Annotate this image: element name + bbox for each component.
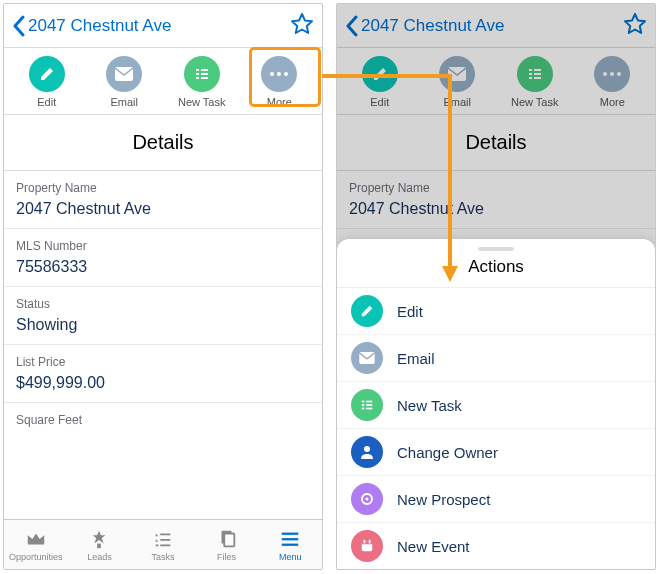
field-label: Status bbox=[16, 297, 310, 311]
email-button[interactable]: Email bbox=[89, 56, 159, 108]
pencil-icon bbox=[351, 295, 383, 327]
action-label: Change Owner bbox=[397, 444, 498, 461]
svg-rect-38 bbox=[364, 540, 366, 544]
field-label: Square Feet bbox=[16, 413, 310, 427]
details-heading: Details bbox=[4, 115, 322, 171]
header-bar: 2047 Chestnut Ave bbox=[4, 4, 322, 48]
tab-label: Leads bbox=[87, 552, 112, 562]
crown-icon bbox=[25, 528, 47, 550]
tab-label: Menu bbox=[279, 552, 302, 562]
checklist-icon bbox=[351, 389, 383, 421]
tab-menu[interactable]: Menu bbox=[258, 520, 322, 569]
header-title: 2047 Chestnut Ave bbox=[28, 16, 171, 36]
field-row: Status Showing bbox=[4, 287, 322, 345]
svg-rect-15 bbox=[282, 543, 299, 545]
more-label: More bbox=[267, 96, 292, 108]
svg-rect-13 bbox=[282, 532, 299, 534]
svg-rect-32 bbox=[366, 408, 372, 410]
field-row: List Price $499,999.00 bbox=[4, 345, 322, 403]
svg-rect-2 bbox=[201, 69, 208, 71]
star-person-icon bbox=[88, 528, 110, 550]
envelope-icon bbox=[106, 56, 142, 92]
field-value: 75586333 bbox=[16, 258, 310, 276]
edit-label: Edit bbox=[37, 96, 56, 108]
svg-rect-4 bbox=[201, 73, 208, 75]
tasks-icon bbox=[152, 528, 174, 550]
tab-leads[interactable]: Leads bbox=[68, 520, 132, 569]
tab-files[interactable]: Files bbox=[195, 520, 259, 569]
svg-rect-30 bbox=[366, 404, 372, 406]
pencil-icon bbox=[29, 56, 65, 92]
action-label: Edit bbox=[397, 303, 423, 320]
action-new-prospect[interactable]: New Prospect bbox=[337, 476, 655, 523]
field-row: Square Feet bbox=[4, 403, 322, 442]
phone-frame-left: 2047 Chestnut Ave Edit Email New Task bbox=[3, 3, 323, 570]
field-value: 2047 Chestnut Ave bbox=[16, 200, 310, 218]
back-button[interactable]: 2047 Chestnut Ave bbox=[12, 15, 171, 37]
action-new-task[interactable]: New Task bbox=[337, 382, 655, 429]
prospect-icon bbox=[351, 483, 383, 515]
svg-point-35 bbox=[366, 498, 369, 501]
action-label: Email bbox=[397, 350, 435, 367]
ellipsis-icon bbox=[261, 56, 297, 92]
tab-label: Opportunities bbox=[9, 552, 63, 562]
field-list: Property Name 2047 Chestnut Ave MLS Numb… bbox=[4, 171, 322, 519]
action-new-event[interactable]: New Event bbox=[337, 523, 655, 569]
svg-rect-6 bbox=[201, 77, 208, 79]
svg-rect-3 bbox=[196, 73, 199, 75]
action-edit[interactable]: Edit bbox=[337, 288, 655, 335]
field-row: Property Name 2047 Chestnut Ave bbox=[4, 171, 322, 229]
svg-point-7 bbox=[270, 72, 274, 76]
svg-rect-0 bbox=[115, 67, 133, 81]
svg-point-9 bbox=[284, 72, 288, 76]
field-row: MLS Number 75586333 bbox=[4, 229, 322, 287]
action-label: New Prospect bbox=[397, 491, 490, 508]
email-label: Email bbox=[110, 96, 138, 108]
more-button[interactable]: More bbox=[244, 56, 314, 108]
new-task-button[interactable]: New Task bbox=[167, 56, 237, 108]
new-task-label: New Task bbox=[178, 96, 225, 108]
envelope-icon bbox=[351, 342, 383, 374]
field-label: MLS Number bbox=[16, 239, 310, 253]
tab-bar: Opportunities Leads Tasks Files Menu bbox=[4, 519, 322, 569]
svg-point-33 bbox=[364, 446, 370, 452]
svg-rect-29 bbox=[362, 404, 365, 406]
favorite-button[interactable] bbox=[290, 12, 314, 40]
svg-rect-10 bbox=[98, 543, 102, 548]
action-label: New Task bbox=[397, 397, 462, 414]
edit-button[interactable]: Edit bbox=[12, 56, 82, 108]
svg-rect-37 bbox=[362, 542, 373, 545]
actions-sheet: Actions Edit Email New Task Change Owner… bbox=[337, 239, 655, 569]
chevron-left-icon bbox=[12, 15, 26, 37]
person-icon bbox=[351, 436, 383, 468]
sheet-title: Actions bbox=[337, 253, 655, 288]
action-email[interactable]: Email bbox=[337, 335, 655, 382]
calendar-icon bbox=[351, 530, 383, 562]
field-label: Property Name bbox=[16, 181, 310, 195]
star-icon bbox=[290, 12, 314, 36]
svg-rect-12 bbox=[224, 533, 234, 546]
menu-icon bbox=[279, 528, 301, 550]
svg-rect-26 bbox=[359, 352, 374, 364]
svg-rect-31 bbox=[362, 408, 365, 410]
tab-tasks[interactable]: Tasks bbox=[131, 520, 195, 569]
phone-frame-right: 2047 Chestnut Ave Edit Email New Task Mo… bbox=[336, 3, 656, 570]
field-label: List Price bbox=[16, 355, 310, 369]
action-bar: Edit Email New Task More bbox=[4, 48, 322, 115]
svg-point-8 bbox=[277, 72, 281, 76]
svg-rect-39 bbox=[369, 540, 371, 544]
field-value: Showing bbox=[16, 316, 310, 334]
tab-label: Files bbox=[217, 552, 236, 562]
action-change-owner[interactable]: Change Owner bbox=[337, 429, 655, 476]
checklist-icon bbox=[184, 56, 220, 92]
svg-rect-28 bbox=[366, 401, 372, 403]
action-label: New Event bbox=[397, 538, 470, 555]
svg-rect-5 bbox=[196, 77, 199, 79]
tab-opportunities[interactable]: Opportunities bbox=[4, 520, 68, 569]
svg-rect-27 bbox=[362, 401, 365, 403]
svg-rect-1 bbox=[196, 69, 199, 71]
files-icon bbox=[216, 528, 238, 550]
sheet-grip[interactable] bbox=[478, 247, 514, 251]
field-value: $499,999.00 bbox=[16, 374, 310, 392]
svg-rect-14 bbox=[282, 538, 299, 540]
